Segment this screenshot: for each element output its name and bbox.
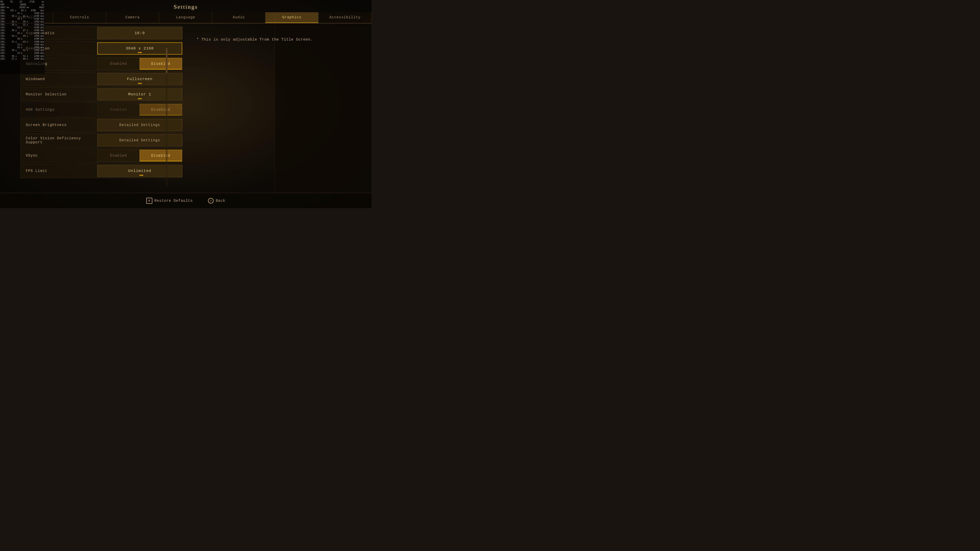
- back-label: Back: [216, 199, 225, 203]
- scroll-track[interactable]: [166, 46, 167, 187]
- tab-camera[interactable]: Camera: [106, 12, 159, 23]
- fps-limit-control: Unlimited: [97, 164, 182, 178]
- vsync-disabled-btn[interactable]: Disabled: [140, 150, 182, 162]
- vsync-control: Enabled Disabled: [97, 149, 182, 162]
- vsync-toggle: Enabled Disabled: [97, 149, 182, 162]
- screen-brightness-control: Detailed Settings: [97, 118, 182, 132]
- back-button[interactable]: ◯ Back: [208, 198, 225, 203]
- setting-aspect-ratio: Aspect Ratio 16:9: [21, 26, 183, 40]
- content-area: Aspect Ratio 16:9 Resolution 3840 x 2160: [0, 24, 372, 208]
- setting-fps-limit: FPS Limit Unlimited: [21, 164, 183, 178]
- setting-upscaling: Upscaling Enabled Disabled: [21, 57, 183, 71]
- upscaling-disabled-btn[interactable]: Disabled: [140, 58, 182, 70]
- setting-screen-brightness: Screen Brightness Detailed Settings: [21, 118, 183, 132]
- scroll-thumb[interactable]: [166, 48, 167, 73]
- screen-brightness-detail-btn[interactable]: Detailed Settings: [97, 119, 182, 131]
- info-panel: * This is only adjustable from the Title…: [186, 24, 372, 208]
- tab-audio[interactable]: Audio: [212, 12, 266, 23]
- setting-resolution: Resolution 3840 x 2160: [21, 41, 183, 56]
- hdr-disabled-btn[interactable]: Disabled: [140, 104, 182, 116]
- resolution-slider: [138, 52, 142, 53]
- settings-panel: Aspect Ratio 16:9 Resolution 3840 x 2160: [21, 26, 184, 208]
- upscaling-slider-indicator: [140, 69, 182, 70]
- monitor-selection-value[interactable]: Monitor 1: [97, 88, 182, 100]
- resolution-value[interactable]: 3840 x 2160: [97, 42, 182, 55]
- back-icon: ◯: [208, 198, 213, 203]
- setting-windowed: Windowed Fullscreen: [21, 72, 183, 86]
- vsync-enabled-btn[interactable]: Enabled: [97, 150, 140, 162]
- fps-limit-label: FPS Limit: [21, 169, 97, 173]
- screen-brightness-label: Screen Brightness: [21, 123, 97, 127]
- title-text: Settings: [174, 3, 198, 10]
- windowed-label: Windowed: [21, 77, 97, 81]
- tab-accessibility[interactable]: Accessibility: [318, 12, 372, 23]
- settings-title: Settings: [0, 0, 372, 12]
- hdr-enabled-btn[interactable]: Enabled: [97, 104, 140, 116]
- info-text: * This is only adjustable from the Title…: [197, 36, 361, 43]
- upscaling-toggle: Enabled Disabled: [97, 58, 182, 70]
- hdr-toggle: Enabled Disabled: [97, 103, 182, 116]
- monitor-selection-label: Monitor Selection: [21, 92, 97, 97]
- setting-hdr: HDR Settings Enabled Disabled: [21, 103, 183, 117]
- hdr-control: Enabled Disabled: [97, 103, 182, 117]
- monitor-slider: [138, 98, 142, 99]
- color-vision-control: Detailed Settings: [97, 133, 182, 147]
- tab-language[interactable]: Language: [159, 12, 212, 23]
- restore-defaults-button[interactable]: U Restore Defaults: [146, 198, 192, 204]
- vsync-slider-indicator: [140, 161, 182, 162]
- resolution-control: 3840 x 2160: [97, 41, 182, 56]
- color-vision-detail-btn[interactable]: Detailed Settings: [97, 134, 182, 146]
- fps-limit-slider: [139, 175, 143, 176]
- restore-defaults-label: Restore Defaults: [154, 199, 192, 203]
- windowed-control: Fullscreen: [97, 72, 182, 86]
- tab-controls[interactable]: Controls: [53, 12, 106, 23]
- upscaling-control: Enabled Disabled: [97, 57, 182, 71]
- setting-vsync: VSync Enabled Disabled: [21, 148, 183, 163]
- color-vision-label: Color Vision Deficiency Support: [21, 136, 97, 144]
- setting-monitor-selection: Monitor Selection Monitor 1: [21, 87, 183, 102]
- windowed-slider: [138, 83, 142, 84]
- tab-bar: Overall Controls Camera Language Audio G…: [0, 12, 372, 24]
- bottom-bar: U Restore Defaults ◯ Back: [0, 193, 372, 208]
- vsync-label: VSync: [21, 154, 97, 158]
- hdr-label: HDR Settings: [21, 108, 97, 112]
- setting-color-vision: Color Vision Deficiency Support Detailed…: [21, 133, 183, 148]
- fps-limit-value[interactable]: Unlimited: [97, 165, 182, 177]
- upscaling-enabled-btn[interactable]: Enabled: [97, 58, 140, 70]
- windowed-value[interactable]: Fullscreen: [97, 73, 182, 85]
- scroll-area: [184, 26, 186, 208]
- cpu-debug-overlay: MS55672730ms RAM10698ms 8007 ms10502 ms6…: [0, 0, 45, 74]
- restore-defaults-icon: U: [146, 198, 152, 204]
- aspect-ratio-value[interactable]: 16:9: [97, 27, 182, 39]
- main-container: Settings Overall Controls Camera Languag…: [0, 0, 372, 208]
- monitor-selection-control: Monitor 1: [97, 87, 182, 101]
- hdr-slider-indicator: [140, 115, 182, 116]
- tab-graphics[interactable]: Graphics: [266, 12, 318, 23]
- aspect-ratio-control: 16:9: [97, 26, 182, 40]
